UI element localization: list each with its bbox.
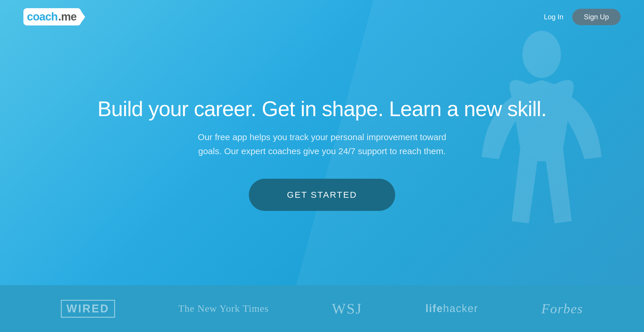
- logo-container: coach.me: [23, 8, 81, 25]
- press-logo-lifehacker: lifehacker: [425, 302, 478, 315]
- logo-coach-text: coach: [27, 11, 58, 23]
- navbar: coach.me Log In Sign Up: [0, 0, 644, 34]
- hero-subheadline: Our free app helps you track your person…: [190, 130, 454, 158]
- get-started-button[interactable]: GET STARTED: [249, 179, 395, 211]
- login-link[interactable]: Log In: [544, 13, 564, 21]
- press-logo-wired: WIRED: [61, 300, 115, 318]
- page-wrapper: coach.me Log In Sign Up Build your caree…: [0, 0, 644, 332]
- press-logo-wsj: WSJ: [332, 300, 362, 317]
- logo-dotme-text: .me: [58, 11, 76, 23]
- logo-badge: coach.me: [23, 8, 81, 25]
- hero-section: coach.me Log In Sign Up Build your caree…: [0, 0, 644, 285]
- press-logo-forbes: Forbes: [542, 301, 583, 316]
- hero-headline: Build your career. Get in shape. Learn a…: [97, 96, 547, 121]
- nav-right: Log In Sign Up: [544, 9, 621, 25]
- press-logo-nyt: The New York Times: [178, 303, 269, 314]
- signup-button[interactable]: Sign Up: [572, 9, 621, 25]
- press-bar: WIRED The New York Times WSJ lifehacker …: [0, 285, 644, 332]
- hero-content: Build your career. Get in shape. Learn a…: [0, 22, 644, 285]
